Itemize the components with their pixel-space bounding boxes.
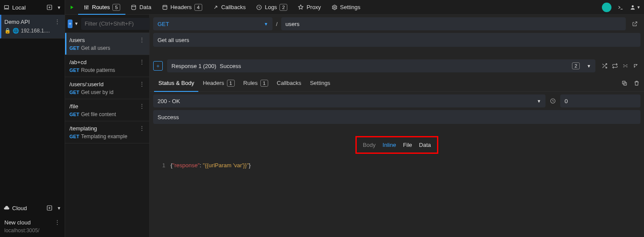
tab-headers[interactable]: Headers 4 [157,0,207,15]
chevron-down-icon: ▼ [537,99,541,104]
route-menu-icon[interactable]: ⋮ [139,58,145,65]
route-item[interactable]: /file ⋮ GETGet file content [65,99,149,121]
avatar[interactable] [602,3,611,12]
repeat-icon[interactable] [612,63,618,69]
body-type-label: Body [363,142,376,148]
svg-point-5 [334,6,335,8]
tab-data[interactable]: Data [125,0,156,15]
route-menu-icon[interactable]: ⋮ [139,103,145,110]
response-count-badge: 2 [572,62,580,69]
route-method: GET [69,68,79,73]
add-response-button[interactable]: ＋ [153,61,163,71]
tab-routes-label: Routes [92,4,110,10]
terminal-icon[interactable] [618,4,624,10]
route-item[interactable]: /users/:userId ⋮ GETGet user by id [65,77,149,99]
env-item-demo-api[interactable]: Demo API ⋮ 🔒 🌐 192.168.1.... [0,15,65,39]
collapse-local-icon[interactable]: ▼ [57,5,61,10]
headers-icon [162,4,168,10]
method-select[interactable]: GET ▼ [153,17,273,30]
body-editor[interactable]: 1 {"response": "{{urlParam 'var'}}"} [150,162,644,169]
tab-callbacks[interactable]: Callbacks [207,0,251,15]
clock-icon [550,98,556,104]
svg-rect-0 [4,6,8,8]
data-icon [131,4,137,10]
env-address: 192.168.1.... [21,28,50,34]
body-type-inline[interactable]: Inline [383,142,396,148]
fallback-icon[interactable] [633,63,639,69]
gear-icon [332,4,338,10]
route-desc: Route patterns [81,67,115,73]
subtab-headers[interactable]: Headers1 [198,75,239,92]
route-menu-icon[interactable]: ⋮ [139,125,145,132]
cloud-item-sub: localhost:3005/ [4,227,60,234]
routes-count-badge: 5 [112,4,120,11]
subtab-status-body[interactable]: Status & Body [154,75,198,92]
delay-input[interactable] [560,94,641,107]
open-external-icon[interactable] [629,21,641,27]
globe-icon: 🌐 [13,28,19,34]
add-route-button[interactable]: ＋ [68,19,72,28]
tab-proxy[interactable]: Proxy [292,0,326,15]
route-menu-icon[interactable]: ⋮ [139,81,145,88]
cloud-icon [3,205,10,211]
headers-count-badge: 4 [194,4,202,11]
tab-logs-label: Logs [265,4,277,10]
local-section-header: Local ▼ [0,0,65,15]
cloud-item-menu-icon[interactable]: ⋮ [54,219,60,226]
copy-icon[interactable] [621,80,628,86]
route-menu-icon[interactable]: ⋮ [139,36,145,43]
route-path: /users/:userId [69,81,104,88]
response-label-input[interactable]: Success [153,110,641,124]
callbacks-icon [213,4,219,10]
route-path: /templating [69,125,97,132]
subtab-callbacks[interactable]: Callbacks [273,75,306,92]
add-route-caret-icon[interactable]: ▼ [74,21,79,26]
tab-settings-label: Settings [340,4,361,10]
subtab-rules[interactable]: Rules1 [239,75,273,92]
play-icon[interactable] [69,4,75,10]
add-cloud-icon[interactable] [46,205,53,211]
route-method: GET [69,45,79,51]
status-value: 200 - OK [158,98,180,104]
cloud-env-item[interactable]: New cloud ⋮ localhost:3005/ [0,215,65,237]
subtab-headers-count: 1 [227,80,235,87]
account-menu-icon[interactable]: ▼ [630,4,641,10]
add-env-icon[interactable] [46,4,53,10]
route-method: GET [69,134,79,139]
delete-icon[interactable] [634,80,640,86]
routes-icon [83,4,89,10]
body-type-file[interactable]: File [403,142,412,148]
path-input[interactable] [281,17,626,30]
tab-settings[interactable]: Settings [326,0,366,15]
method-value: GET [158,21,169,27]
cloud-label: Cloud [12,205,27,211]
chevron-down-icon: ▼ [587,64,591,68]
collapse-cloud-icon[interactable]: ▼ [57,206,61,211]
response-desc: Success [220,63,241,69]
tab-logs[interactable]: Logs 2 [251,0,292,15]
local-label: Local [12,4,26,11]
env-menu-icon[interactable]: ⋮ [54,18,60,25]
status-select[interactable]: 200 - OK ▼ [153,94,545,107]
route-desc: Get user by id [81,89,114,95]
svg-point-6 [632,5,634,7]
route-item[interactable]: /ab+cd ⋮ GETRoute patterns [65,55,149,77]
tab-routes[interactable]: Routes 5 [78,0,125,15]
response-label: Response 1 (200) [171,63,216,69]
toggle-icon[interactable] [622,63,628,69]
tab-data-label: Data [139,4,151,10]
route-item[interactable]: /templating ⋮ GETTemplating example [65,121,149,143]
response-select[interactable]: Response 1 (200) Success 2 ▼ [167,59,595,72]
route-item[interactable]: /users ⋮ GETGet all users [65,33,149,55]
subtab-settings[interactable]: Settings [306,75,335,92]
shuffle-icon[interactable] [601,63,608,69]
lock-icon: 🔒 [4,28,11,34]
chevron-down-icon: ▼ [264,22,268,26]
route-method: GET [69,112,79,117]
proxy-icon [298,4,304,10]
tab-headers-label: Headers [171,4,192,10]
body-type-data[interactable]: Data [419,142,431,148]
route-description[interactable]: Get all users [153,33,641,47]
body-type-selector: Body Inline File Data [355,136,438,154]
logs-count-badge: 2 [279,4,287,11]
